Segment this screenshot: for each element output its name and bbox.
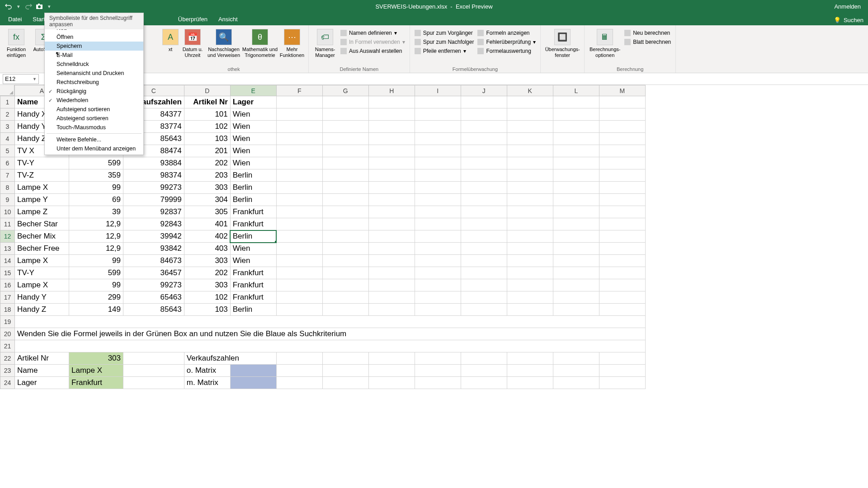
cell[interactable]: Berlin: [230, 169, 276, 182]
row-header[interactable]: 20: [0, 328, 15, 340]
cell[interactable]: Berlin: [230, 304, 276, 316]
row-header[interactable]: 1: [0, 96, 15, 108]
cell[interactable]: Handy Y: [15, 291, 69, 304]
cell[interactable]: Wien: [230, 243, 276, 255]
undo-icon[interactable]: [5, 2, 13, 10]
cell[interactable]: 202: [184, 267, 230, 279]
col-header-F[interactable]: F: [276, 85, 322, 96]
cell[interactable]: 99: [69, 182, 123, 194]
cell[interactable]: 93884: [123, 157, 184, 169]
cell[interactable]: Berlin: [230, 182, 276, 194]
row-header[interactable]: 18: [0, 304, 15, 316]
cell[interactable]: Berlin: [230, 230, 276, 243]
cell[interactable]: 39: [69, 206, 123, 218]
cell[interactable]: Handy Z: [15, 304, 69, 316]
qat-menu-wiederholen[interactable]: ✓Wiederholen: [45, 96, 143, 105]
insert-function-button[interactable]: fxFunktion einfügen: [3, 27, 30, 58]
row-header[interactable]: 21: [0, 340, 15, 352]
cell[interactable]: Wien: [230, 145, 276, 157]
cell[interactable]: 303: [69, 352, 123, 365]
tab-datei[interactable]: Datei: [3, 13, 27, 25]
trace-dependents-button[interactable]: Spur zum Nachfolger: [413, 38, 476, 46]
cell[interactable]: 92843: [123, 218, 184, 230]
cell[interactable]: Wien: [230, 133, 276, 145]
name-box[interactable]: E12▼: [3, 74, 39, 84]
cell[interactable]: 85643: [123, 304, 184, 316]
select-all-corner[interactable]: [0, 85, 14, 96]
cell[interactable]: m. Matrix: [184, 377, 230, 389]
cell[interactable]: Frankfurt: [230, 218, 276, 230]
camera-icon[interactable]: [35, 2, 43, 10]
row-header[interactable]: 16: [0, 279, 15, 291]
cell[interactable]: Becher Mix: [15, 230, 69, 243]
tab-ueberpruefen[interactable]: Überprüfen: [173, 13, 213, 25]
date-time-button[interactable]: 📅Datum u. Uhrzeit: [179, 27, 206, 58]
chevron-down-icon[interactable]: ▼: [33, 77, 37, 81]
evaluate-formula-button[interactable]: Formelauswertung: [476, 47, 538, 55]
row-header[interactable]: 9: [0, 194, 15, 206]
cell[interactable]: Frankfurt: [230, 279, 276, 291]
cell[interactable]: 305: [184, 206, 230, 218]
cell[interactable]: 12,9: [69, 230, 123, 243]
cell[interactable]: Lampe X: [69, 365, 123, 377]
cell[interactable]: Becher Star: [15, 218, 69, 230]
more-functions-button[interactable]: ⋯Mehr Funktionen: [278, 27, 306, 58]
cell[interactable]: 102: [184, 121, 230, 133]
cell[interactable]: Artikel Nr: [15, 352, 69, 365]
row-header[interactable]: 23: [0, 365, 15, 377]
cell[interactable]: [230, 365, 276, 377]
cell[interactable]: TV-Z: [15, 169, 69, 182]
cell[interactable]: 99: [69, 255, 123, 267]
row-header[interactable]: 22: [0, 352, 15, 365]
cell[interactable]: [230, 377, 276, 389]
cell[interactable]: Lampe X: [15, 279, 69, 291]
cell[interactable]: 65463: [123, 291, 184, 304]
cell[interactable]: Lampe X: [15, 182, 69, 194]
qat-menu-email[interactable]: E-Mail: [45, 51, 143, 60]
redo-icon[interactable]: [24, 2, 33, 10]
create-from-selection-button[interactable]: Aus Auswahl erstellen: [339, 47, 407, 55]
cell[interactable]: Verkaufszahlen: [184, 352, 276, 365]
cell[interactable]: 69: [69, 194, 123, 206]
qat-menu-unter[interactable]: Unter dem Menüband anzeigen: [45, 144, 143, 153]
col-header-E[interactable]: E: [230, 85, 276, 96]
qat-menu-rechtschreibung[interactable]: Rechtschreibung: [45, 78, 143, 87]
row-header[interactable]: 15: [0, 267, 15, 279]
error-check-button[interactable]: Fehlerüberprüfung ▾: [476, 38, 538, 46]
cell[interactable]: 103: [184, 133, 230, 145]
cell[interactable]: 93842: [123, 243, 184, 255]
use-in-formula-button[interactable]: In Formel verwenden ▾: [339, 38, 407, 46]
cell[interactable]: 149: [69, 304, 123, 316]
cell[interactable]: 36457: [123, 267, 184, 279]
cell[interactable]: Name: [15, 365, 69, 377]
cell[interactable]: Frankfurt: [230, 267, 276, 279]
row-header[interactable]: 12: [0, 230, 15, 243]
cell[interactable]: 12,9: [69, 218, 123, 230]
cell[interactable]: 304: [184, 194, 230, 206]
cell[interactable]: TV-Y: [15, 267, 69, 279]
cell[interactable]: 403: [184, 243, 230, 255]
cell[interactable]: Lampe Y: [15, 194, 69, 206]
cell[interactable]: Wenden Sie die Formel jeweils in der Grü…: [15, 328, 646, 340]
signin-link[interactable]: Anmelden: [834, 3, 868, 10]
cell[interactable]: Lampe Z: [15, 206, 69, 218]
cell[interactable]: 401: [184, 218, 230, 230]
cell[interactable]: Frankfurt: [230, 291, 276, 304]
cell[interactable]: Wien: [230, 108, 276, 121]
cell[interactable]: TV-Y: [15, 157, 69, 169]
qat-menu-schnelldruck[interactable]: Schnelldruck: [45, 60, 143, 69]
cell[interactable]: Lager: [230, 96, 276, 108]
cell[interactable]: 98374: [123, 169, 184, 182]
col-header-M[interactable]: M: [599, 85, 645, 96]
cell[interactable]: 102: [184, 291, 230, 304]
trace-precedents-button[interactable]: Spur zum Vorgänger: [413, 29, 476, 37]
cell[interactable]: 84673: [123, 255, 184, 267]
row-header[interactable]: 19: [0, 316, 15, 328]
qat-menu-absteigend[interactable]: Absteigend sortieren: [45, 114, 143, 123]
qat-menu-oeffnen[interactable]: Öffnen: [45, 33, 143, 42]
cell[interactable]: Becher Free: [15, 243, 69, 255]
cell[interactable]: 599: [69, 267, 123, 279]
calc-options-button[interactable]: 🖩Berechnungs- optionen: [587, 27, 623, 58]
row-header[interactable]: 6: [0, 157, 15, 169]
show-formulas-button[interactable]: Formeln anzeigen: [476, 29, 538, 37]
